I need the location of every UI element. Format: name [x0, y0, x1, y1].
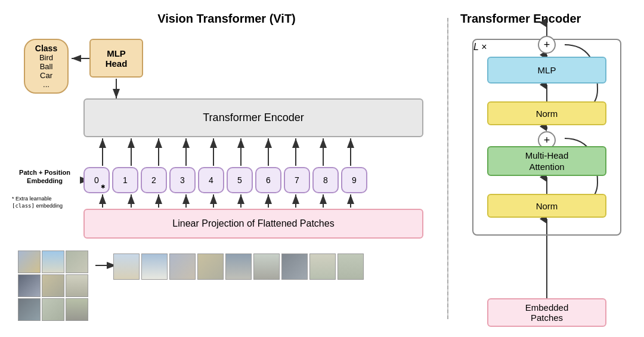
- class-bird: Bird: [30, 53, 63, 62]
- mlp-head-label: MLPHead: [106, 48, 128, 69]
- token-row: 0 ✱ 1 2 3 4 5 6 7 8 9: [83, 167, 367, 193]
- transformer-encoder-box: Transformer Encoder: [83, 98, 423, 137]
- transformer-encoder-title: Transformer Encoder: [460, 12, 626, 26]
- flat-patch-5: [225, 253, 252, 280]
- patch-2: [42, 251, 64, 273]
- token-9: 9: [341, 167, 367, 193]
- plus-mid-symbol: +: [544, 134, 550, 147]
- token-4: 4: [198, 167, 224, 193]
- mlp-block-label: MLP: [538, 65, 556, 75]
- flat-patch-2: [141, 253, 168, 280]
- plus-top-symbol: +: [544, 39, 550, 51]
- patch-1: [18, 251, 41, 273]
- mlp-block: MLP: [487, 57, 606, 84]
- flat-patch-row: [113, 253, 364, 280]
- flat-patch-8: [309, 253, 336, 280]
- section-divider: [447, 18, 448, 319]
- token-3: 3: [169, 167, 196, 193]
- patch-3: [66, 251, 88, 273]
- mha-block-label: Multi-HeadAttention: [525, 150, 569, 173]
- embedded-patches-box: EmbeddedPatches: [487, 298, 606, 327]
- image-patch-grid: [18, 251, 88, 321]
- token-1: 1: [112, 167, 138, 193]
- right-section: Transformer Encoder: [454, 6, 632, 331]
- patch-8: [42, 298, 64, 321]
- token-7: 7: [284, 167, 310, 193]
- norm-bottom-label: Norm: [536, 201, 558, 211]
- token-8: 8: [312, 167, 339, 193]
- norm-top-label: Norm: [536, 109, 558, 119]
- plus-circle-top: +: [538, 36, 556, 54]
- token-5: 5: [227, 167, 253, 193]
- flat-patch-3: [169, 253, 196, 280]
- mha-block: Multi-HeadAttention: [487, 146, 606, 176]
- class-ellipsis: ...: [30, 80, 63, 89]
- embedded-patches-label: EmbeddedPatches: [525, 302, 569, 323]
- flat-patch-7: [281, 253, 308, 280]
- lx-label: L ×: [473, 42, 487, 52]
- class-label: Class: [30, 44, 63, 53]
- flat-patch-1: [113, 253, 140, 280]
- patch-position-label: Patch + PositionEmbedding: [15, 168, 75, 185]
- patch-7: [18, 298, 41, 321]
- token-6: 6: [255, 167, 281, 193]
- mlp-head-box: MLPHead: [89, 39, 143, 78]
- patch-5: [42, 274, 64, 297]
- norm-bottom-block: Norm: [487, 194, 606, 218]
- token-0: 0 ✱: [83, 167, 110, 193]
- class-car: Car: [30, 71, 63, 80]
- token-0-star: ✱: [101, 184, 106, 190]
- class-ball: Ball: [30, 62, 63, 71]
- token-0-num: 0: [94, 175, 99, 185]
- class-output-box: Class Bird Ball Car ...: [24, 39, 69, 94]
- patch-4: [18, 274, 41, 297]
- flat-patch-4: [197, 253, 224, 280]
- token-2: 2: [141, 167, 167, 193]
- flat-patch-6: [253, 253, 280, 280]
- patch-6: [66, 274, 88, 297]
- linear-projection-label: Linear Projection of Flattened Patches: [172, 218, 334, 229]
- vit-title: Vision Transformer (ViT): [18, 12, 435, 26]
- norm-top-block: Norm: [487, 101, 606, 125]
- linear-projection-box: Linear Projection of Flattened Patches: [83, 209, 423, 239]
- patch-9: [66, 298, 88, 321]
- transformer-encoder-label: Transformer Encoder: [203, 112, 304, 124]
- extra-learnable-label: * Extra learnable[class] embedding: [12, 196, 83, 209]
- flat-patch-9: [338, 253, 364, 280]
